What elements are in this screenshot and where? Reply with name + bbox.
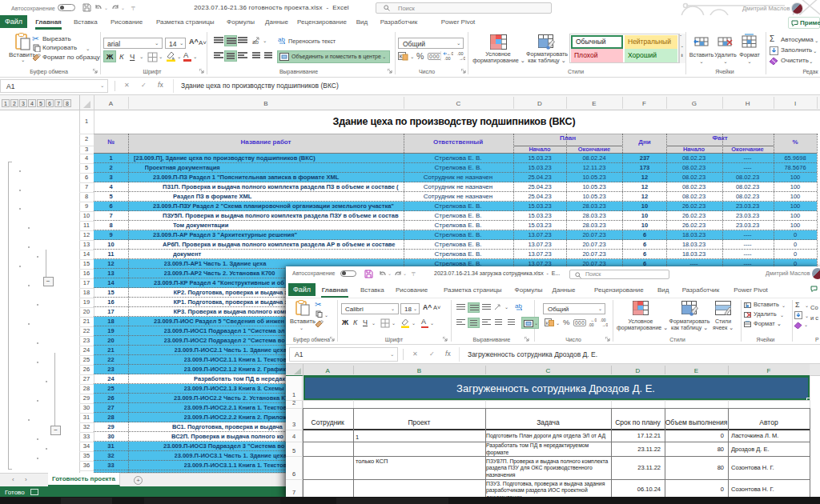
svg-text:→0: →0 — [459, 56, 465, 61]
svg-text:.00: .00 — [589, 322, 594, 327]
svg-text:.00: .00 — [444, 56, 451, 61]
svg-text:ab: ab — [252, 39, 259, 45]
svg-text:→0: →0 — [602, 322, 609, 327]
